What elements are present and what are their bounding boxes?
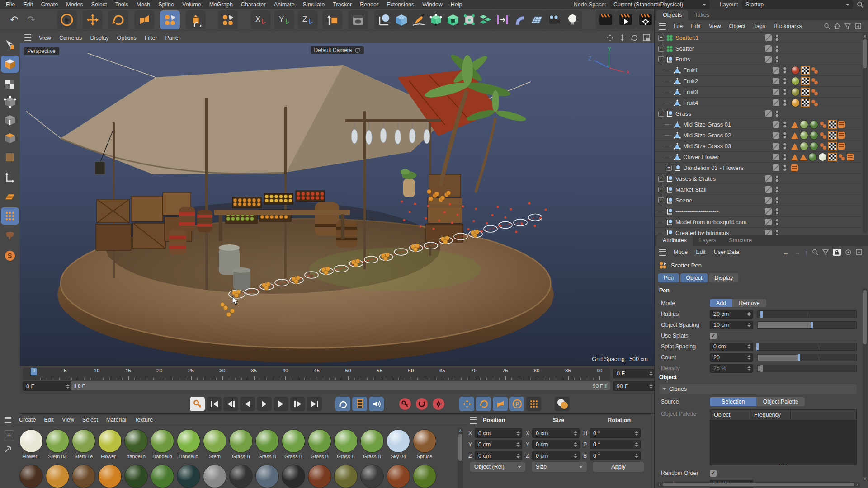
material-item[interactable]: Flower - <box>97 429 123 459</box>
material-item[interactable] <box>385 465 411 488</box>
tree-row[interactable]: + Scene <box>655 195 862 206</box>
visibility-dots[interactable] <box>775 197 779 204</box>
layer-toggle[interactable] <box>765 219 772 225</box>
tree-row[interactable]: + Scatter.1 <box>655 33 862 43</box>
material-item[interactable] <box>202 465 228 488</box>
material-menu-view[interactable]: View <box>58 417 78 423</box>
size-mode-dropdown[interactable]: Size <box>532 462 587 472</box>
visibility-dots[interactable] <box>783 164 787 171</box>
layer-toggle[interactable] <box>773 121 779 128</box>
object-label[interactable]: Scene <box>675 197 692 204</box>
menu-item-window[interactable]: Window <box>418 1 446 8</box>
menu-item-mograph[interactable]: MoGraph <box>205 1 237 8</box>
snap-mode[interactable] <box>1 207 19 225</box>
home-icon[interactable] <box>834 23 840 29</box>
layer-toggle[interactable] <box>765 56 772 63</box>
material-item[interactable] <box>411 465 438 488</box>
scatter-pen-tool[interactable] <box>160 10 180 29</box>
clones-group-header[interactable]: Clones <box>659 384 857 394</box>
layer-toggle[interactable] <box>773 132 779 139</box>
material-tag[interactable] <box>808 153 817 161</box>
menu-item-animate[interactable]: Animate <box>270 1 299 8</box>
material-preview[interactable] <box>360 429 384 453</box>
texture-tag[interactable] <box>801 88 810 96</box>
material-item[interactable]: Flower - <box>18 429 44 459</box>
selection-tag[interactable] <box>820 132 827 139</box>
node-space-select[interactable]: Current (Standard/Physical) <box>610 0 710 9</box>
visibility-dots[interactable] <box>783 99 787 106</box>
material-item[interactable] <box>71 465 97 488</box>
phong-tag[interactable] <box>791 122 798 128</box>
material-tag[interactable] <box>791 99 800 107</box>
rotation-h-field[interactable]: 0 ° <box>590 428 641 438</box>
expand-toggle[interactable]: + <box>666 165 672 171</box>
scale-tool[interactable] <box>134 10 154 29</box>
size-y-field[interactable]: 0 cm <box>532 440 580 449</box>
object-label[interactable]: Grass <box>675 110 691 117</box>
texture-tag[interactable] <box>828 142 837 150</box>
floor-object-button[interactable] <box>526 10 546 29</box>
material-item[interactable] <box>149 465 175 488</box>
material-preview[interactable] <box>308 429 331 453</box>
object-section-header[interactable]: Object <box>659 374 677 380</box>
material-preview[interactable] <box>177 465 200 488</box>
material-item[interactable]: Grass B <box>228 429 254 459</box>
texture-tag[interactable] <box>828 131 837 140</box>
menu-item-modes[interactable]: Modes <box>62 1 87 8</box>
material-preview[interactable] <box>72 465 95 488</box>
add-material-icon[interactable]: + <box>4 430 14 441</box>
material-preview[interactable] <box>229 465 253 488</box>
object-label[interactable]: Vases & Crates <box>675 175 716 182</box>
attributes-menu-icon[interactable] <box>659 249 666 256</box>
sound-button[interactable] <box>369 397 384 411</box>
axis-mode[interactable] <box>1 169 19 186</box>
scatter-brush-tool[interactable] <box>218 10 238 29</box>
object-manager-menu-bookmarks[interactable]: Bookmarks <box>769 23 806 29</box>
texture-tag[interactable] <box>801 99 810 107</box>
material-preview[interactable] <box>124 429 148 453</box>
material-preview[interactable] <box>72 429 95 453</box>
material-tag[interactable] <box>810 120 818 129</box>
viewport-pan-icon[interactable] <box>606 34 614 42</box>
material-tag[interactable] <box>818 153 827 161</box>
mode-remove-button[interactable]: Remove <box>732 299 766 307</box>
rotation-b-field[interactable]: 0 ° <box>590 451 641 460</box>
material-tag[interactable] <box>810 142 818 150</box>
object-manager-menu-icon[interactable] <box>659 23 666 30</box>
material-preview[interactable] <box>334 465 358 488</box>
material-menu-texture[interactable]: Texture <box>130 417 157 423</box>
material-preview[interactable] <box>151 429 174 453</box>
attributes-menu-user-data[interactable]: User Data <box>710 249 743 255</box>
material-item[interactable]: Dandelio <box>175 429 202 459</box>
visibility-dots[interactable] <box>775 56 779 63</box>
expand-toggle[interactable]: + <box>658 35 664 41</box>
apply-button[interactable]: Apply <box>593 462 644 472</box>
tab-attributes[interactable]: Attributes <box>656 235 693 246</box>
tree-row[interactable]: + Scatter <box>655 43 862 54</box>
object-manager-menu-edit[interactable]: Edit <box>687 23 705 29</box>
material-item[interactable]: Spruce <box>411 429 438 459</box>
object-label[interactable]: Fruits <box>675 56 690 63</box>
visibility-dots[interactable] <box>775 219 779 225</box>
pen-section-header[interactable]: Pen <box>659 287 670 294</box>
visibility-dots[interactable] <box>783 154 787 160</box>
visibility-dots[interactable] <box>775 186 779 193</box>
viewport-menu-options[interactable]: Options <box>113 35 141 41</box>
phong-tag[interactable] <box>800 154 807 160</box>
object-spacing-field[interactable]: 10 cm <box>710 321 753 329</box>
material-preview[interactable] <box>229 429 253 453</box>
object-spacing-slider[interactable] <box>757 321 857 329</box>
object-label[interactable]: Created by bitonicus <box>675 230 729 235</box>
object-label[interactable]: Scatter <box>675 45 694 52</box>
size-x-field[interactable]: 0 cm <box>532 428 580 438</box>
menu-item-volume[interactable]: Volume <box>178 1 205 8</box>
visibility-dots[interactable] <box>775 175 779 182</box>
viewport-menu-filter[interactable]: Filter <box>141 35 161 41</box>
material-menu-edit[interactable]: Edit <box>40 417 58 423</box>
tree-row[interactable]: Mid Size Grass 01 <box>655 119 862 130</box>
position-x-field[interactable]: 0 cm <box>475 428 522 438</box>
layout-select[interactable]: Startup <box>742 0 853 9</box>
camera-label[interactable]: Default Camera <box>310 46 363 54</box>
tree-row[interactable]: Model from turbosquid.com <box>655 217 862 228</box>
render-picture-viewer-button[interactable] <box>616 10 636 29</box>
